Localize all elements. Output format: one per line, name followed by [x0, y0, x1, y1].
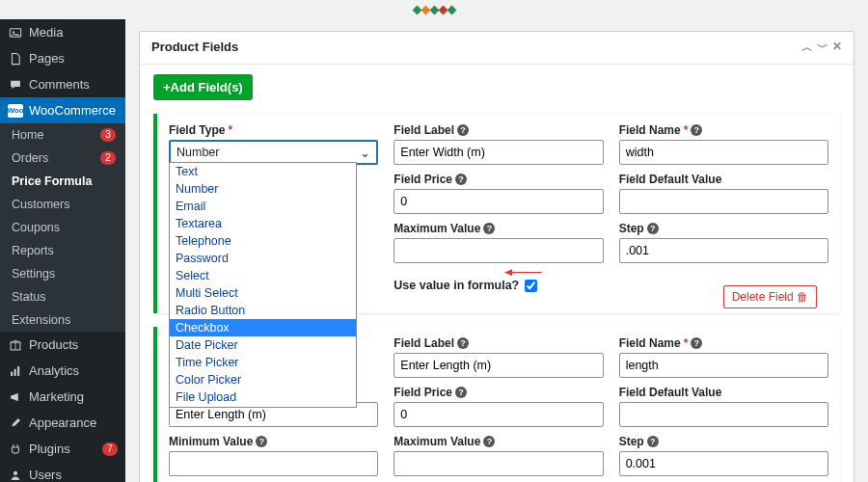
sidebar-subitem-settings[interactable]: Settings — [0, 262, 125, 285]
chevron-down-icon: ⌄ — [360, 146, 370, 160]
dropdown-option-date-picker[interactable]: Date Picker — [170, 336, 356, 354]
sidebar-item-comments[interactable]: Comments — [0, 71, 125, 97]
dropdown-option-number[interactable]: Number — [170, 180, 356, 198]
field-default-label: Field Default Value — [619, 173, 722, 186]
field-name-input[interactable] — [619, 353, 828, 378]
sidebar-item-label: WooCommerce — [29, 103, 116, 118]
sidebar-subitem-label: Status — [12, 290, 45, 304]
use-formula-label: Use value in formula? — [393, 279, 519, 292]
help-icon[interactable]: ? — [455, 174, 467, 185]
sidebar-item-label: Users — [29, 468, 62, 482]
field-price-input[interactable] — [393, 189, 603, 214]
dropdown-option-telephone[interactable]: Telephone — [170, 232, 356, 250]
step-input[interactable] — [619, 451, 828, 476]
sidebar-subitem-label: Coupons — [12, 221, 60, 234]
sidebar-subitem-home[interactable]: Home3 — [0, 123, 125, 147]
dropdown-option-textarea[interactable]: Textarea — [170, 215, 356, 232]
sidebar-item-media[interactable]: Media — [0, 19, 125, 45]
dropdown-option-text[interactable]: Text — [170, 163, 356, 180]
sidebar-item-plugins[interactable]: Plugins7 — [0, 436, 125, 462]
delete-field-button[interactable]: Delete Field 🗑 — [723, 285, 817, 308]
help-icon[interactable]: ? — [691, 337, 702, 349]
help-icon[interactable]: ? — [647, 223, 659, 234]
sidebar-subitem-extensions[interactable]: Extensions — [0, 308, 125, 332]
svg-rect-5 — [17, 366, 19, 376]
field-name-input[interactable] — [619, 140, 828, 165]
field-block-1: Field Type* Number ⌄ Field Label ? Field… — [153, 114, 840, 313]
panel-title: Product Fields — [151, 40, 238, 56]
dropdown-option-radio-button[interactable]: Radio Button — [170, 302, 356, 319]
dropdown-option-select[interactable]: Select — [170, 267, 356, 284]
max-value-input[interactable] — [393, 238, 603, 263]
dropdown-option-time-picker[interactable]: Time Picker — [170, 354, 356, 371]
sidebar-item-analytics[interactable]: Analytics — [0, 358, 125, 384]
badge: 3 — [100, 128, 116, 142]
help-icon[interactable]: ? — [483, 436, 495, 447]
field-label-input[interactable] — [393, 353, 603, 378]
field-price-input[interactable] — [393, 402, 603, 427]
field-label-label: Field Label — [393, 336, 454, 350]
help-icon[interactable]: ? — [457, 337, 469, 349]
sidebar-subitem-orders[interactable]: Orders2 — [0, 147, 125, 170]
dropdown-option-password[interactable]: Password — [170, 250, 356, 267]
dropdown-option-checkbox[interactable]: Checkbox — [170, 319, 356, 336]
sidebar-subitem-status[interactable]: Status — [0, 285, 125, 308]
field-default-label: Field Default Value — [619, 386, 722, 399]
sidebar-subitem-reports[interactable]: Reports — [0, 239, 125, 262]
panel-collapse-down-icon[interactable]: ﹀ — [817, 40, 828, 56]
sidebar-subitem-customers[interactable]: Customers — [0, 193, 125, 216]
use-formula-checkbox[interactable] — [525, 280, 537, 292]
badge: 2 — [100, 151, 116, 165]
megaphone-icon — [8, 390, 23, 404]
sidebar-item-label: Marketing — [29, 389, 84, 404]
sidebar-subitem-label: Reports — [12, 244, 54, 257]
svg-point-6 — [14, 470, 17, 474]
sidebar-item-label: Plugins — [29, 442, 70, 456]
dropdown-option-email[interactable]: Email — [170, 198, 356, 215]
sidebar-subitem-label: Extensions — [12, 313, 70, 327]
sidebar-item-products[interactable]: Products — [0, 332, 125, 358]
sidebar-subitem-price-formula[interactable]: Price Formula — [0, 170, 125, 193]
sidebar-item-woocommerce[interactable]: WooWooCommerce — [0, 97, 125, 123]
field-default-input[interactable] — [619, 402, 828, 427]
sidebar-subitem-coupons[interactable]: Coupons — [0, 216, 125, 239]
max-value-input[interactable] — [393, 451, 603, 476]
field-label-input[interactable] — [393, 140, 603, 165]
field-type-dropdown[interactable]: TextNumberEmailTextareaTelephonePassword… — [169, 162, 357, 408]
sidebar-item-label: Pages — [29, 51, 65, 66]
sidebar-item-label: Media — [29, 25, 63, 40]
help-icon[interactable]: ? — [691, 124, 702, 136]
field-type-label: Field Type — [169, 123, 225, 137]
svg-rect-4 — [14, 368, 16, 375]
decor-diamonds — [413, 2, 456, 16]
field-default-input[interactable] — [619, 189, 828, 214]
dropdown-option-file-upload[interactable]: File Upload — [170, 388, 356, 406]
dropdown-option-multi-select[interactable]: Multi Select — [170, 284, 356, 302]
page-icon — [8, 52, 23, 66]
min-value-input[interactable] — [169, 451, 378, 476]
help-icon[interactable]: ? — [647, 436, 659, 447]
dropdown-option-heading[interactable]: Heading — [170, 406, 356, 408]
field-name-label: Field Name — [619, 336, 681, 350]
field-price-label: Field Price — [393, 173, 452, 186]
help-icon[interactable]: ? — [457, 124, 469, 136]
panel-collapse-up-icon[interactable]: ︿ — [801, 40, 813, 56]
admin-sidebar: MediaPagesCommentsWooWooCommerce Home3Or… — [0, 19, 125, 482]
sidebar-item-marketing[interactable]: Marketing — [0, 384, 125, 410]
panel-close-icon[interactable]: ✕ — [832, 40, 842, 56]
add-fields-button[interactable]: +Add Field(s) — [153, 74, 253, 100]
dropdown-option-color-picker[interactable]: Color Picker — [170, 371, 356, 388]
sidebar-item-pages[interactable]: Pages — [0, 45, 125, 71]
step-input[interactable] — [619, 238, 828, 263]
max-value-label: Maximum Value — [393, 222, 480, 235]
help-icon[interactable]: ? — [256, 436, 267, 447]
sidebar-item-label: Products — [29, 337, 78, 352]
help-icon[interactable]: ? — [483, 223, 495, 234]
svg-rect-3 — [11, 371, 13, 375]
sidebar-item-users[interactable]: Users — [0, 462, 125, 482]
help-icon[interactable]: ? — [455, 387, 467, 398]
delete-field-label: Delete Field — [732, 290, 794, 304]
field-price-label: Field Price — [393, 386, 452, 399]
sidebar-item-appearance[interactable]: Appearance — [0, 410, 125, 436]
package-icon — [8, 338, 23, 352]
